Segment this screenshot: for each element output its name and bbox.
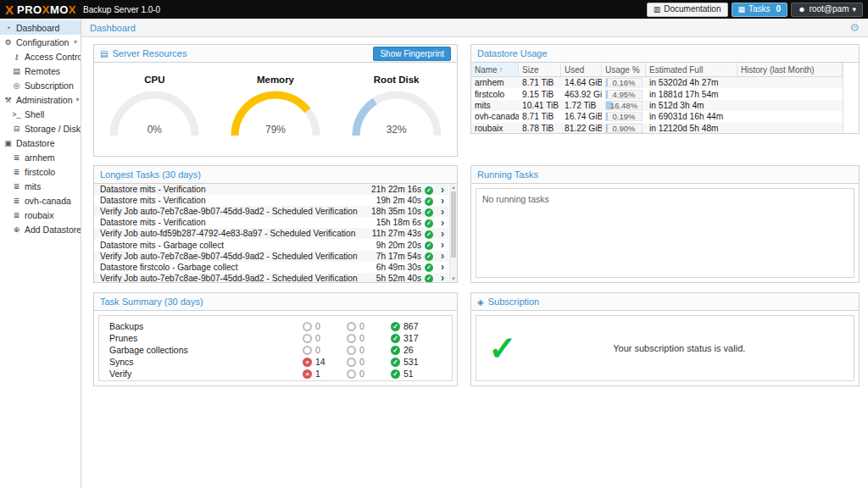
sidebar-item-configuration[interactable]: ⚙Configuration▾ [0,35,81,49]
warning-status-icon [347,358,356,367]
sidebar-item-subscription[interactable]: ◎Subscription [0,78,81,92]
task-count-cell[interactable]: ×14 [303,357,347,367]
task-row[interactable]: Verify Job auto-7eb7c8ae-9b07-45dd-9ad2 … [94,251,448,262]
tasks-button[interactable]: ▦ Tasks 0 [732,3,788,17]
chevron-right-icon[interactable]: › [437,240,448,250]
sidebar-item-shell[interactable]: >_Shell [0,107,81,121]
sidebar-item-dashboard[interactable]: ◔Dashboard [0,20,81,35]
task-type-label: Garbage collections [109,345,303,355]
task-count-cell[interactable]: ✓531 [391,357,435,367]
task-count: 0 [359,333,364,343]
scroll-down-icon[interactable]: ▼ [450,276,457,281]
usage-percent-text: 0.90% [606,125,642,132]
documentation-button[interactable]: ▥ Documentation [647,3,728,17]
sidebar-item-administration[interactable]: ⚒Administration▾ [0,92,81,107]
sidebar-item-access-control[interactable]: ⚷Access Control [0,49,81,64]
chevron-right-icon[interactable]: › [437,196,448,206]
sidebar-item-storage-disks[interactable]: ⊟Storage / Disks [0,121,81,136]
task-row[interactable]: Datastore mits - Verification15h 18m 6s✓… [94,217,448,228]
column-header-history-last-month-[interactable]: History (last Month) [737,63,843,76]
task-summary-header: Task Summary (30 days) [94,293,457,311]
gauge-root-disk: Root Disk32% [344,69,449,141]
chevron-right-icon[interactable]: › [437,273,448,282]
scrollbar[interactable]: ▲ ▼ [449,184,457,282]
task-count-cell[interactable]: ×1 [303,369,347,379]
task-count-cell[interactable]: ✓317 [391,333,435,343]
column-header-usage-[interactable]: Usage % [602,63,646,76]
sidebar-item-firstcolo[interactable]: ≣firstcolo [0,164,81,179]
chevron-right-icon[interactable]: › [437,218,448,228]
task-count-cell[interactable]: 0 [303,321,347,331]
task-count-cell[interactable]: 0 [303,333,347,343]
task-count-cell[interactable]: 0 [347,333,391,343]
sidebar-item-add-datastore[interactable]: ⊕Add Datastore [0,222,81,236]
task-count: 0 [315,333,320,343]
task-count-cell[interactable]: ✓867 [391,321,435,331]
task-row[interactable]: Verify Job auto-7eb7c8ae-9b07-45dd-9ad2 … [94,273,448,282]
task-status-ok-icon: ✓ [421,185,437,195]
estimated-full: in 69031d 16h 44m [646,112,737,121]
usage-percent-cell: 0.19% [602,112,646,121]
task-description: Datastore mits - Verification [100,185,367,194]
task-description: Verify Job auto-7eb7c8ae-9b07-45dd-9ad2 … [100,252,367,261]
database-icon: ≣ [12,182,21,191]
sidebar-item-datastore[interactable]: ▣Datastore [0,136,81,150]
task-duration: 9h 20m 20s [367,241,421,250]
task-row[interactable]: Datastore mits - Verification21h 22m 16s… [94,184,448,195]
column-header-name[interactable]: Name↑ [471,63,519,76]
collapse-caret-icon[interactable]: ▾ [74,38,77,46]
task-count: 867 [403,321,419,331]
estimated-full: in 512d 3h 4m [646,101,737,110]
task-row[interactable]: Datastore mits - Verification19h 2m 40s✓… [94,195,448,206]
column-header-size[interactable]: Size [519,63,561,76]
settings-gear-icon[interactable]: ⚙ [849,21,860,34]
task-count-cell[interactable]: 0 [347,321,391,331]
task-count-cell[interactable]: 0 [347,369,391,379]
task-summary-panel: Task Summary (30 days) Backups00✓867Prun… [93,292,458,386]
sidebar-item-mits[interactable]: ≣mits [0,179,81,193]
chevron-right-icon[interactable]: › [437,262,448,272]
sidebar-item-remotes[interactable]: ▤Remotes [0,64,81,78]
sidebar-item-label: Configuration [16,37,69,47]
task-duration: 15h 18m 6s [367,218,421,227]
task-count-cell[interactable]: ✓51 [391,369,435,379]
datastore-name: mits [471,101,519,110]
sidebar-item-roubaix[interactable]: ≣roubaix [0,208,81,222]
sidebar-item-arnhem[interactable]: ≣arnhem [0,150,81,164]
sidebar-item-label: Access Control [25,52,81,62]
chevron-right-icon[interactable]: › [437,207,448,217]
chevron-right-icon[interactable]: › [437,229,448,239]
task-description: Datastore mits - Garbage collect [100,241,367,250]
show-fingerprint-button[interactable]: Show Fingerprint [373,47,451,61]
sidebar-item-ovh-canada[interactable]: ≣ovh-canada [0,193,81,208]
task-count-cell[interactable]: 0 [347,357,391,367]
column-header-estimated-full[interactable]: Estimated Full [646,63,737,76]
longest-tasks-title: Longest Tasks (30 days) [100,169,201,180]
sidebar-item-label: Datastore [16,138,55,148]
datastore-usage-row: ovh-canada8.71 TiB16.74 GiB0.19%in 69031… [471,111,843,122]
task-duration: 19h 2m 40s [367,196,421,205]
datastore-usage-row: arnhem8.71 TiB14.64 GiB0.16%in 53202d 4h… [471,77,843,88]
task-row[interactable]: Datastore mits - Garbage collect9h 20m 2… [94,239,448,250]
task-row[interactable]: Datastore firstcolo - Garbage collect6h … [94,262,448,273]
task-row[interactable]: Verify Job auto-fd59b287-4792-4e83-8a97 … [94,228,448,239]
column-header-used[interactable]: Used [561,63,602,76]
chevron-right-icon[interactable]: › [437,185,448,195]
collapse-caret-icon[interactable]: ▾ [76,96,80,103]
wrench-icon: ⚒ [3,96,13,104]
task-count-cell[interactable]: ✓26 [391,345,435,355]
running-tasks-panel: Running Tasks No running tasks [470,165,860,283]
task-row[interactable]: Verify Job auto-7eb7c8ae-9b07-45dd-9ad2 … [94,206,448,217]
estimated-full: in 53202d 4h 27m [646,78,737,87]
user-label: root@pam [810,5,849,14]
user-menu-button[interactable]: ☻ root@pam ▾ [791,3,863,17]
scrollbar-thumb[interactable] [451,191,456,258]
task-count-cell[interactable]: 0 [303,345,347,355]
task-count-cell[interactable]: 0 [347,345,391,355]
datastore-usage-table: Name↑SizeUsedUsage %Estimated FullHistor… [471,63,843,133]
chevron-right-icon[interactable]: › [437,251,448,261]
scroll-up-icon[interactable]: ▲ [450,185,457,190]
usage-progress-bar: 0.19% [605,112,643,121]
gauge-percent: 0% [102,124,207,136]
gauge-percent: 32% [344,124,449,136]
